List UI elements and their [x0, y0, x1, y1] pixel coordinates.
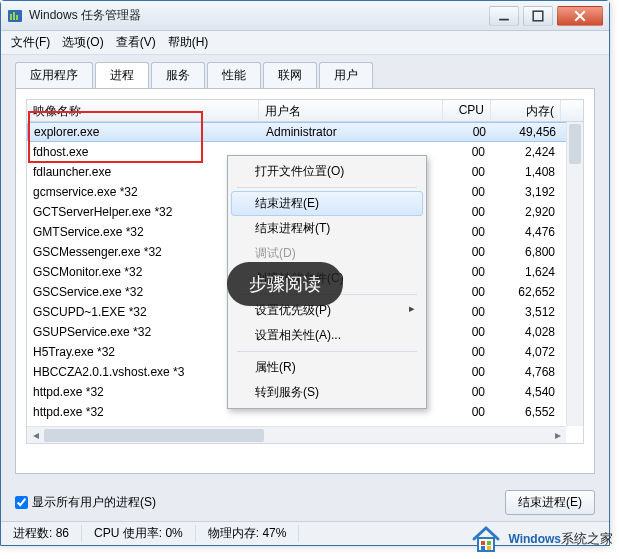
show-all-label: 显示所有用户的进程(S): [32, 494, 156, 511]
cell-image: fdlauncher.exe: [27, 162, 259, 182]
cell-user: Administrator: [260, 122, 444, 142]
close-button[interactable]: [557, 6, 603, 26]
cell-cpu: 00: [443, 242, 491, 262]
cell-image: GSCService.exe *32: [27, 282, 259, 302]
tab-services[interactable]: 服务: [151, 62, 205, 89]
cell-mem: 4,072: [491, 342, 561, 362]
col-user[interactable]: 用户名: [259, 100, 443, 121]
titlebar[interactable]: Windows 任务管理器: [1, 1, 609, 31]
ctx-end-process[interactable]: 结束进程(E): [231, 191, 423, 216]
cell-mem: 2,424: [491, 142, 561, 162]
svg-rect-1: [10, 14, 12, 20]
tab-networking[interactable]: 联网: [263, 62, 317, 89]
cell-image: GSUPService.exe *32: [27, 322, 259, 342]
cell-image: httpd.exe *32: [27, 402, 259, 422]
ctx-goto-service[interactable]: 转到服务(S): [231, 380, 423, 405]
cell-mem: 4,028: [491, 322, 561, 342]
menu-bar: 文件(F) 选项(O) 查看(V) 帮助(H): [1, 31, 609, 55]
ctx-separator: [237, 187, 417, 188]
ctx-properties[interactable]: 属性(R): [231, 355, 423, 380]
cell-user: [259, 409, 443, 415]
app-icon: [7, 8, 23, 24]
ctx-separator: [237, 351, 417, 352]
cell-image: explorer.exe: [28, 122, 260, 142]
svg-rect-11: [481, 546, 485, 550]
scroll-thumb-h[interactable]: [44, 429, 264, 442]
cell-mem: 1,408: [491, 162, 561, 182]
cell-image: GSCUPD~1.EXE *32: [27, 302, 259, 322]
svg-rect-2: [13, 12, 15, 20]
cell-cpu: 00: [443, 302, 491, 322]
svg-rect-12: [487, 546, 491, 550]
tab-bar: 应用程序 进程 服务 性能 联网 用户: [1, 55, 609, 88]
bottom-row: 显示所有用户的进程(S) 结束进程(E): [1, 484, 609, 521]
tab-apps[interactable]: 应用程序: [15, 62, 93, 89]
cell-image: GCTServerHelper.exe *32: [27, 202, 259, 222]
svg-rect-5: [533, 11, 543, 21]
cell-mem: 62,652: [491, 282, 561, 302]
house-icon: [470, 523, 502, 555]
cell-image: GSCMonitor.exe *32: [27, 262, 259, 282]
cell-mem: 4,476: [491, 222, 561, 242]
ctx-end-tree[interactable]: 结束进程树(T): [231, 216, 423, 241]
menu-options[interactable]: 选项(O): [62, 34, 103, 51]
cell-image: HBCCZA2.0.1.vshost.exe *3: [27, 362, 259, 382]
tab-performance[interactable]: 性能: [207, 62, 261, 89]
scroll-left-arrow[interactable]: ◂: [27, 427, 44, 444]
status-mem: 物理内存: 47%: [196, 525, 300, 542]
cell-cpu: 00: [443, 182, 491, 202]
vertical-scrollbar[interactable]: [566, 122, 583, 426]
cell-image: H5Tray.exe *32: [27, 342, 259, 362]
show-all-checkbox-input[interactable]: [15, 496, 28, 509]
watermark: Windows系统之家: [470, 523, 613, 555]
cell-mem: 2,920: [491, 202, 561, 222]
cell-cpu: 00: [443, 162, 491, 182]
cell-image: gcmservice.exe *32: [27, 182, 259, 202]
cell-cpu: 00: [443, 382, 491, 402]
cell-cpu: 00: [443, 342, 491, 362]
menu-file[interactable]: 文件(F): [11, 34, 50, 51]
scroll-thumb-v[interactable]: [569, 124, 581, 164]
cell-mem: 4,768: [491, 362, 561, 382]
end-process-button[interactable]: 结束进程(E): [505, 490, 595, 515]
cell-image: GSCMessenger.exe *32: [27, 242, 259, 262]
tab-users[interactable]: 用户: [319, 62, 373, 89]
svg-rect-9: [481, 541, 485, 545]
window-controls: [489, 6, 603, 26]
cell-cpu: 00: [443, 402, 491, 422]
horizontal-scrollbar[interactable]: ◂ ▸: [27, 426, 566, 443]
table-header: 映像名称 用户名 CPU 内存(: [27, 100, 583, 122]
menu-view[interactable]: 查看(V): [116, 34, 156, 51]
cell-mem: 4,540: [491, 382, 561, 402]
cell-image: httpd.exe *32: [27, 382, 259, 402]
tab-processes[interactable]: 进程: [95, 62, 149, 89]
cell-cpu: 00: [443, 362, 491, 382]
ctx-open-location[interactable]: 打开文件位置(O): [231, 159, 423, 184]
cell-image: GMTService.exe *32: [27, 222, 259, 242]
col-image-name[interactable]: 映像名称: [27, 100, 259, 121]
watermark-brand: Windows: [508, 532, 561, 546]
svg-rect-8: [478, 538, 494, 551]
col-mem[interactable]: 内存(: [491, 100, 561, 121]
show-all-users-checkbox[interactable]: 显示所有用户的进程(S): [15, 494, 156, 511]
cell-cpu: 00: [443, 282, 491, 302]
menu-help[interactable]: 帮助(H): [168, 34, 209, 51]
svg-rect-10: [487, 541, 491, 545]
window-title: Windows 任务管理器: [29, 7, 489, 24]
cell-mem: 3,192: [491, 182, 561, 202]
cell-mem: 6,800: [491, 242, 561, 262]
svg-rect-3: [16, 15, 18, 20]
cell-cpu: 00: [443, 222, 491, 242]
cell-mem: 3,512: [491, 302, 561, 322]
cell-image: fdhost.exe: [27, 142, 259, 162]
watermark-sub: 系统之家: [561, 531, 613, 546]
ctx-affinity[interactable]: 设置相关性(A)...: [231, 323, 423, 348]
col-cpu[interactable]: CPU: [443, 100, 491, 121]
scroll-right-arrow[interactable]: ▸: [549, 427, 566, 444]
cell-cpu: 00: [443, 262, 491, 282]
cell-mem: 6,552: [491, 402, 561, 422]
table-row[interactable]: explorer.exeAdministrator0049,456: [27, 122, 583, 142]
minimize-button[interactable]: [489, 6, 519, 26]
cell-mem: 49,456: [492, 122, 562, 142]
maximize-button[interactable]: [523, 6, 553, 26]
